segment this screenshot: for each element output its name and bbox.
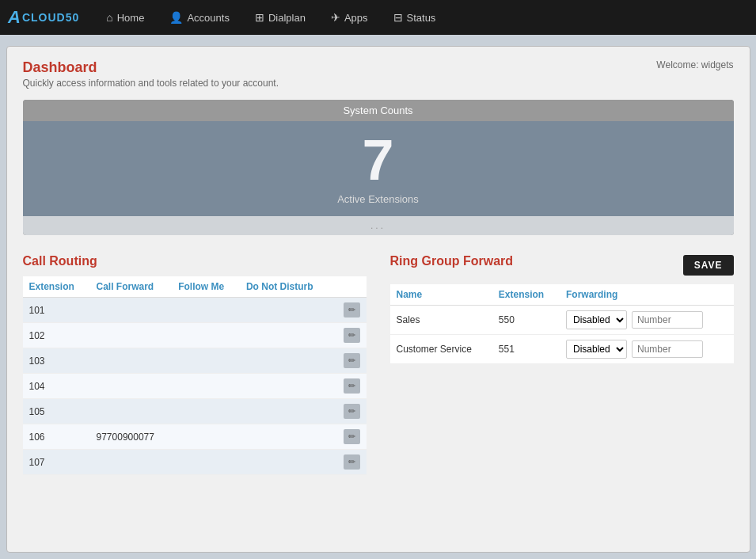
edit-button[interactable]: ✏: [344, 429, 360, 444]
home-icon: ⌂: [106, 11, 112, 24]
welcome-text: Welcome: widgets: [656, 59, 733, 70]
navbar: A CLOUD50 ⌂ Home 👤 Accounts ⊞ Dialplan ✈…: [0, 0, 756, 35]
action-cell[interactable]: ✏: [332, 298, 367, 323]
rg-col-name: Name: [390, 284, 492, 306]
dnd-cell: [240, 374, 332, 399]
follow-me-cell: [172, 399, 240, 424]
page-subtitle: Quickly access information and tools rel…: [23, 78, 279, 89]
forwarding-number-input[interactable]: [632, 340, 703, 358]
extension-cell: 107: [23, 450, 90, 475]
extension-cell: 106: [23, 424, 90, 450]
ring-group-section: Ring Group Forward SAVE Name Extension F…: [390, 254, 734, 364]
table-row: 10697700900077✏: [23, 424, 367, 450]
rg-extension-cell: 551: [492, 335, 560, 364]
edit-button[interactable]: ✏: [344, 328, 360, 343]
save-button[interactable]: SAVE: [683, 255, 734, 276]
call-forward-cell: [90, 450, 173, 475]
edit-button[interactable]: ✏: [344, 378, 360, 394]
nav-item-accounts[interactable]: 👤 Accounts: [158, 6, 240, 29]
dnd-cell: [240, 424, 332, 450]
accounts-icon: 👤: [169, 11, 183, 24]
rg-extension-cell: 550: [492, 306, 560, 335]
rg-name-cell: Sales: [390, 306, 492, 335]
nav-item-home[interactable]: ⌂ Home: [95, 6, 155, 29]
ring-group-title: Ring Group Forward: [390, 254, 514, 268]
apps-icon: ✈: [331, 11, 340, 24]
nav-label-apps: Apps: [344, 12, 368, 24]
system-counts-dots[interactable]: ...: [23, 216, 734, 235]
system-counts-header: System Counts: [23, 100, 734, 121]
call-forward-cell: [90, 348, 173, 374]
rg-forwarding-cell[interactable]: DisabledEnabled: [560, 306, 733, 335]
system-counts-widget: System Counts 7 Active Extensions ...: [23, 100, 734, 235]
table-row: Sales550DisabledEnabled: [390, 306, 734, 335]
rg-name-cell: Customer Service: [390, 335, 492, 364]
col-actions: [332, 276, 367, 298]
extension-cell: 105: [23, 399, 90, 424]
extension-cell: 102: [23, 323, 90, 348]
edit-button[interactable]: ✏: [344, 353, 360, 368]
status-icon: ⊟: [393, 11, 403, 24]
extension-cell: 104: [23, 374, 90, 399]
dialplan-icon: ⊞: [255, 11, 264, 24]
action-cell[interactable]: ✏: [332, 323, 367, 348]
extension-cell: 101: [23, 298, 90, 323]
system-counts-body: 7 Active Extensions: [23, 121, 734, 216]
col-call-forward: Call Forward: [90, 276, 173, 298]
action-cell[interactable]: ✏: [332, 399, 367, 424]
forwarding-select[interactable]: DisabledEnabled: [566, 340, 627, 359]
rg-col-forwarding: Forwarding: [560, 284, 733, 306]
nav-label-accounts: Accounts: [187, 12, 229, 24]
forwarding-number-input[interactable]: [632, 311, 703, 329]
action-cell[interactable]: ✏: [332, 348, 367, 374]
action-cell[interactable]: ✏: [332, 450, 367, 475]
dnd-cell: [240, 323, 332, 348]
header-left: Dashboard Quickly access information and…: [23, 59, 279, 89]
call-routing-section: Call Routing Extension Call Forward Foll…: [23, 254, 367, 475]
table-row: 107✏: [23, 450, 367, 475]
table-row: 104✏: [23, 374, 367, 399]
dnd-cell: [240, 348, 332, 374]
dnd-cell: [240, 399, 332, 424]
edit-button[interactable]: ✏: [344, 302, 360, 318]
forwarding-select[interactable]: DisabledEnabled: [566, 310, 627, 329]
table-row: 105✏: [23, 399, 367, 424]
action-cell[interactable]: ✏: [332, 374, 367, 399]
page-header: Dashboard Quickly access information and…: [23, 59, 734, 89]
follow-me-cell: [172, 298, 240, 323]
call-forward-cell: [90, 298, 173, 323]
logo[interactable]: A CLOUD50: [8, 7, 79, 28]
logo-icon: A: [8, 7, 21, 28]
main-container: Dashboard Quickly access information and…: [6, 46, 750, 553]
two-col-section: Call Routing Extension Call Forward Foll…: [23, 254, 734, 475]
follow-me-cell: [172, 374, 240, 399]
rg-col-extension: Extension: [492, 284, 560, 306]
table-row: 102✏: [23, 323, 367, 348]
table-row: 103✏: [23, 348, 367, 374]
dnd-cell: [240, 450, 332, 475]
nav-label-home: Home: [117, 12, 145, 24]
nav-item-apps[interactable]: ✈ Apps: [320, 6, 379, 29]
follow-me-cell: [172, 450, 240, 475]
page-title: Dashboard: [23, 59, 279, 76]
col-follow-me: Follow Me: [172, 276, 240, 298]
nav-item-dialplan[interactable]: ⊞ Dialplan: [244, 6, 317, 29]
edit-button[interactable]: ✏: [344, 404, 360, 419]
col-do-not-disturb: Do Not Disturb: [240, 276, 332, 298]
active-extensions-count: 7: [23, 129, 734, 192]
extension-cell: 103: [23, 348, 90, 374]
nav-label-dialplan: Dialplan: [268, 12, 306, 24]
edit-button[interactable]: ✏: [344, 454, 360, 470]
nav-item-status[interactable]: ⊟ Status: [382, 6, 447, 29]
table-row: Customer Service551DisabledEnabled: [390, 335, 734, 364]
call-forward-cell: [90, 374, 173, 399]
follow-me-cell: [172, 323, 240, 348]
call-routing-table: Extension Call Forward Follow Me Do Not …: [23, 276, 367, 475]
follow-me-cell: [172, 348, 240, 374]
action-cell[interactable]: ✏: [332, 424, 367, 450]
rg-forwarding-cell[interactable]: DisabledEnabled: [560, 335, 733, 364]
follow-me-cell: [172, 424, 240, 450]
nav-label-status: Status: [407, 12, 436, 24]
dnd-cell: [240, 298, 332, 323]
logo-text: CLOUD50: [22, 11, 79, 24]
